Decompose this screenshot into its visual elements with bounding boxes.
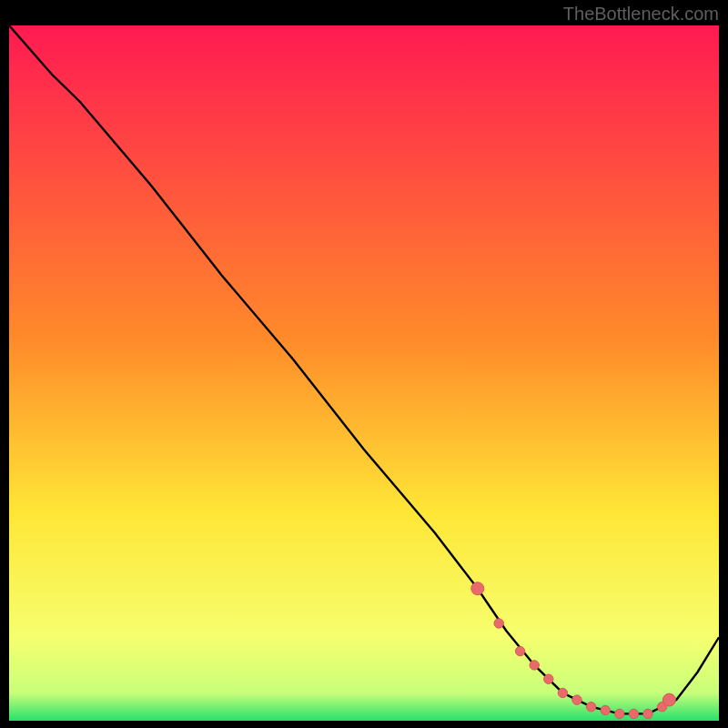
- curve-marker: [662, 693, 675, 706]
- curve-marker: [558, 688, 567, 697]
- gradient-background: [9, 25, 719, 721]
- curve-marker: [572, 695, 581, 704]
- chart-stage: TheBottleneck.com: [0, 0, 728, 728]
- curve-marker: [643, 709, 652, 718]
- bottleneck-plot: [9, 25, 719, 721]
- watermark-text: TheBottleneck.com: [563, 4, 719, 25]
- curve-marker: [586, 703, 595, 712]
- curve-marker: [515, 646, 524, 655]
- curve-marker: [530, 661, 539, 670]
- curve-marker: [494, 619, 503, 628]
- curve-marker: [601, 705, 610, 714]
- curve-marker: [615, 709, 624, 718]
- curve-marker: [544, 674, 553, 683]
- curve-marker: [471, 582, 484, 595]
- curve-marker: [629, 709, 638, 718]
